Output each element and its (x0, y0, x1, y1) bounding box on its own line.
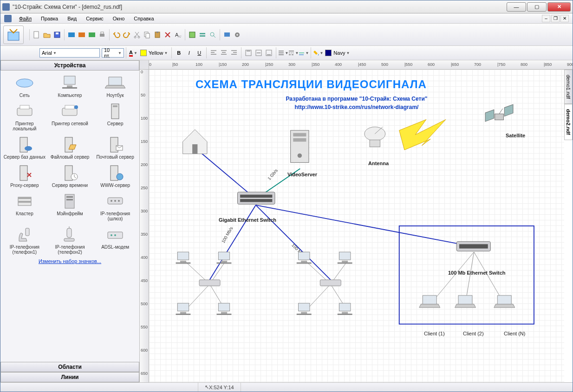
menu-help[interactable]: Справка (130, 15, 157, 22)
close-button[interactable]: ✕ (547, 2, 571, 12)
undo-button[interactable] (111, 30, 122, 40)
device-item[interactable]: Принтер сетевой (48, 101, 92, 133)
device-item[interactable]: ADSL-модем (93, 224, 137, 257)
label-satellite: Satellite (506, 133, 525, 138)
export-vsd-button[interactable] (66, 30, 77, 40)
device-icon (104, 226, 126, 244)
device-item[interactable]: Мэйнфрейм (48, 191, 92, 223)
device-item[interactable]: Proxy-сервер (2, 162, 47, 190)
align-center-button[interactable] (219, 48, 229, 58)
svg-line-67 (210, 205, 256, 280)
font-size-select[interactable]: 10 пт.▼ (102, 48, 124, 58)
svg-rect-94 (238, 192, 275, 204)
svg-rect-92 (504, 104, 513, 116)
toolbar-format: Arial▼ 10 пт.▼ A▼ Yellow▼ B I U ▼ ▼ ▼ ▼ … (0, 46, 573, 60)
font-color-button[interactable]: A▼ (128, 48, 138, 58)
menu-window[interactable]: Окно (109, 15, 129, 22)
text-tool-button[interactable]: Aгст (173, 30, 183, 40)
device-item[interactable]: WWW-сервер (93, 162, 137, 190)
device-item[interactable]: Компьютер (48, 72, 92, 100)
svg-rect-7 (100, 34, 104, 37)
device-item[interactable]: Сеть (2, 72, 47, 100)
canvas[interactable]: СХЕМА ТРАНСЛЯЦИИ ВИДЕОСИГНАЛА Разработан… (149, 70, 564, 382)
ruler-corner (140, 60, 149, 70)
device-item[interactable]: Кластер (2, 191, 47, 223)
underline-button[interactable]: U (194, 48, 204, 58)
ruler-vertical: 0501001502002503003504004505005506006507… (140, 70, 149, 382)
paste-button[interactable] (152, 30, 163, 40)
wizard-icon[interactable] (3, 26, 24, 44)
fill-pick-button[interactable]: ▼ (313, 48, 323, 58)
find-button[interactable] (208, 30, 218, 40)
svg-rect-84 (293, 133, 306, 136)
svg-rect-100 (459, 244, 488, 248)
device-item[interactable]: IP-телефония (телефон1) (2, 224, 47, 257)
cut-button[interactable] (132, 30, 142, 40)
export-csv-button[interactable] (87, 30, 97, 40)
devices-header[interactable]: Устройства (0, 60, 139, 71)
device-item[interactable]: IP-телефония (шлюз) (93, 191, 137, 223)
print-button[interactable] (97, 30, 107, 40)
align-right-button[interactable] (229, 48, 239, 58)
layers-button[interactable] (197, 30, 208, 40)
link-1g-label: 1 Gb/s (267, 168, 279, 181)
device-item[interactable]: Файловый сервер (48, 134, 92, 161)
export-img-button[interactable] (77, 30, 87, 40)
valign-bottom-button[interactable] (264, 48, 274, 58)
svg-rect-60 (67, 228, 72, 238)
device-label: Принтер сетевой (52, 121, 88, 126)
delete-button[interactable] (163, 30, 173, 40)
open-button[interactable] (42, 30, 52, 40)
svg-point-23 (236, 34, 238, 36)
italic-button[interactable]: I (184, 48, 194, 58)
fill-color-button[interactable]: Yellow▼ (138, 48, 169, 58)
svg-rect-97 (199, 280, 220, 286)
valign-top-button[interactable] (243, 48, 254, 58)
mdi-close[interactable]: ✕ (560, 15, 569, 22)
svg-rect-1 (34, 32, 39, 38)
line-arrows-button[interactable]: ▼ (299, 48, 309, 58)
device-label: IP-телефония (телефон1) (3, 244, 46, 255)
device-item[interactable]: IP-телефония (телефон2) (48, 224, 92, 257)
device-label: Мэйнфрейм (57, 211, 83, 216)
minimize-button[interactable]: — (507, 2, 526, 12)
mdi-restore[interactable]: ❐ (551, 15, 560, 22)
mdi-minimize[interactable]: – (542, 15, 550, 22)
device-item[interactable]: Ноутбук (93, 72, 137, 100)
device-item[interactable]: Принтер локальный (2, 101, 47, 133)
maximize-button[interactable]: ▢ (527, 2, 547, 12)
menu-service[interactable]: Сервис (82, 15, 107, 22)
lines-header[interactable]: Линии (0, 372, 139, 382)
areas-header[interactable]: Области (0, 362, 139, 372)
library-button[interactable] (187, 30, 197, 40)
font-select[interactable]: Arial▼ (39, 48, 100, 58)
bold-button[interactable]: B (174, 48, 184, 58)
screenshot-button[interactable] (222, 30, 232, 40)
save-button[interactable] (52, 30, 62, 40)
menu-file[interactable]: Файл (15, 15, 35, 22)
device-item[interactable]: Почтовый сервер (93, 134, 137, 161)
align-left-button[interactable] (208, 48, 219, 58)
menu-view[interactable]: Вид (64, 15, 80, 22)
device-item[interactable]: Сервер времени (48, 162, 92, 190)
svg-rect-19 (200, 35, 205, 37)
line-width-button[interactable]: ▼ (278, 48, 288, 58)
gear-button[interactable] (232, 30, 242, 40)
redo-button[interactable] (122, 30, 132, 40)
app-window: "10-Страйк: Схема Сети" - [demo2_rus.ndf… (0, 0, 573, 392)
copy-button[interactable] (142, 30, 152, 40)
svg-text:гст: гст (178, 34, 182, 39)
svg-point-28 (16, 79, 33, 87)
device-item[interactable]: Сервер баз данных (2, 134, 47, 161)
line-color-button[interactable]: Navy▼ (323, 48, 352, 58)
new-button[interactable] (32, 30, 42, 40)
tab-demo1[interactable]: demo1.ndf (564, 70, 573, 104)
device-icon (13, 193, 36, 210)
tab-demo2[interactable]: demo2.ndf (564, 104, 573, 140)
menu-edit[interactable]: Правка (37, 15, 62, 22)
line-dash-button[interactable]: ▼ (288, 48, 299, 58)
device-label: Компьютер (58, 93, 82, 98)
valign-middle-button[interactable] (254, 48, 264, 58)
change-icons-link[interactable]: Изменить набор значков... (39, 258, 101, 264)
device-item[interactable]: Сервер (93, 101, 137, 133)
